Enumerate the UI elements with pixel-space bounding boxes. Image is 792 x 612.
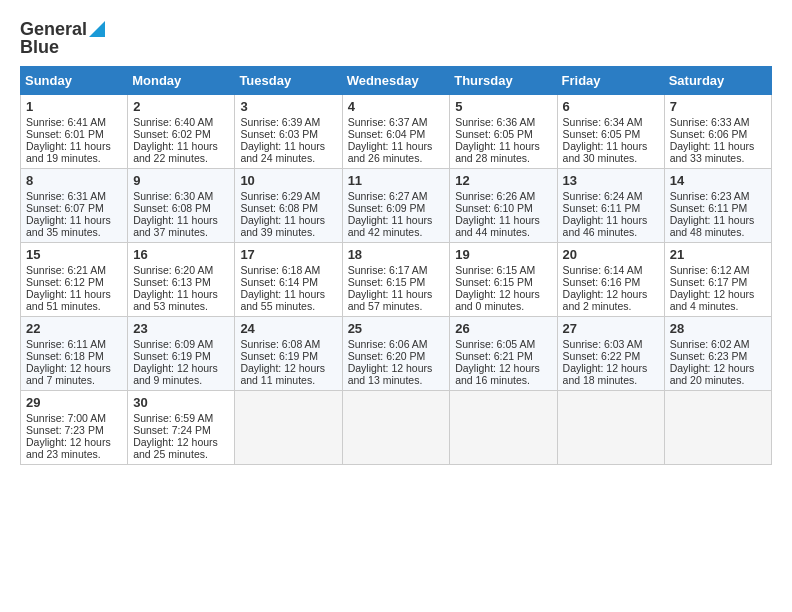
daylight-label: Daylight: 11 hours and 51 minutes. [26,288,111,312]
sunset-label: Sunset: 7:24 PM [133,424,211,436]
sunrise-label: Sunrise: 6:34 AM [563,116,643,128]
calendar-cell: 17 Sunrise: 6:18 AM Sunset: 6:14 PM Dayl… [235,243,342,317]
calendar-cell: 12 Sunrise: 6:26 AM Sunset: 6:10 PM Dayl… [450,169,557,243]
calendar-cell: 7 Sunrise: 6:33 AM Sunset: 6:06 PM Dayli… [664,95,771,169]
daylight-label: Daylight: 11 hours and 39 minutes. [240,214,325,238]
sunset-label: Sunset: 6:19 PM [240,350,318,362]
sunset-label: Sunset: 6:05 PM [455,128,533,140]
daylight-label: Daylight: 11 hours and 44 minutes. [455,214,540,238]
daylight-label: Daylight: 11 hours and 46 minutes. [563,214,648,238]
calendar-cell: 19 Sunrise: 6:15 AM Sunset: 6:15 PM Dayl… [450,243,557,317]
sunset-label: Sunset: 6:06 PM [670,128,748,140]
calendar-body: 1 Sunrise: 6:41 AM Sunset: 6:01 PM Dayli… [21,95,772,465]
sunrise-label: Sunrise: 6:24 AM [563,190,643,202]
day-number: 15 [26,247,122,262]
daylight-label: Daylight: 12 hours and 23 minutes. [26,436,111,460]
daylight-label: Daylight: 11 hours and 35 minutes. [26,214,111,238]
daylight-label: Daylight: 12 hours and 7 minutes. [26,362,111,386]
day-number: 22 [26,321,122,336]
daylight-label: Daylight: 11 hours and 22 minutes. [133,140,218,164]
day-number: 30 [133,395,229,410]
daylight-label: Daylight: 11 hours and 55 minutes. [240,288,325,312]
day-number: 1 [26,99,122,114]
calendar-dow-thursday: Thursday [450,67,557,95]
daylight-label: Daylight: 11 hours and 37 minutes. [133,214,218,238]
sunset-label: Sunset: 6:19 PM [133,350,211,362]
calendar-week-row: 1 Sunrise: 6:41 AM Sunset: 6:01 PM Dayli… [21,95,772,169]
sunset-label: Sunset: 6:22 PM [563,350,641,362]
day-number: 25 [348,321,445,336]
sunset-label: Sunset: 6:15 PM [455,276,533,288]
sunset-label: Sunset: 6:12 PM [26,276,104,288]
sunset-label: Sunset: 6:08 PM [133,202,211,214]
sunset-label: Sunset: 6:13 PM [133,276,211,288]
day-number: 7 [670,99,766,114]
day-number: 4 [348,99,445,114]
daylight-label: Daylight: 11 hours and 28 minutes. [455,140,540,164]
daylight-label: Daylight: 12 hours and 18 minutes. [563,362,648,386]
calendar-cell: 8 Sunrise: 6:31 AM Sunset: 6:07 PM Dayli… [21,169,128,243]
logo: General Blue [20,20,105,56]
calendar-cell [557,391,664,465]
sunset-label: Sunset: 6:08 PM [240,202,318,214]
sunrise-label: Sunrise: 6:09 AM [133,338,213,350]
calendar-header-row: SundayMondayTuesdayWednesdayThursdayFrid… [21,67,772,95]
sunrise-label: Sunrise: 6:03 AM [563,338,643,350]
calendar-dow-tuesday: Tuesday [235,67,342,95]
sunrise-label: Sunrise: 6:21 AM [26,264,106,276]
sunset-label: Sunset: 6:04 PM [348,128,426,140]
calendar-dow-friday: Friday [557,67,664,95]
sunrise-label: Sunrise: 6:41 AM [26,116,106,128]
daylight-label: Daylight: 12 hours and 0 minutes. [455,288,540,312]
sunset-label: Sunset: 6:21 PM [455,350,533,362]
calendar-cell: 10 Sunrise: 6:29 AM Sunset: 6:08 PM Dayl… [235,169,342,243]
sunrise-label: Sunrise: 6:18 AM [240,264,320,276]
sunrise-label: Sunrise: 6:33 AM [670,116,750,128]
daylight-label: Daylight: 11 hours and 57 minutes. [348,288,433,312]
sunrise-label: Sunrise: 6:31 AM [26,190,106,202]
day-number: 6 [563,99,659,114]
page-header: General Blue [20,20,772,56]
sunrise-label: Sunrise: 6:23 AM [670,190,750,202]
sunrise-label: Sunrise: 6:27 AM [348,190,428,202]
calendar-cell: 11 Sunrise: 6:27 AM Sunset: 6:09 PM Dayl… [342,169,450,243]
daylight-label: Daylight: 12 hours and 11 minutes. [240,362,325,386]
day-number: 10 [240,173,336,188]
sunset-label: Sunset: 6:07 PM [26,202,104,214]
calendar-cell: 15 Sunrise: 6:21 AM Sunset: 6:12 PM Dayl… [21,243,128,317]
day-number: 24 [240,321,336,336]
calendar-cell: 5 Sunrise: 6:36 AM Sunset: 6:05 PM Dayli… [450,95,557,169]
calendar-cell: 22 Sunrise: 6:11 AM Sunset: 6:18 PM Dayl… [21,317,128,391]
daylight-label: Daylight: 12 hours and 13 minutes. [348,362,433,386]
sunrise-label: Sunrise: 6:20 AM [133,264,213,276]
day-number: 23 [133,321,229,336]
sunrise-label: Sunrise: 6:17 AM [348,264,428,276]
calendar-cell: 25 Sunrise: 6:06 AM Sunset: 6:20 PM Dayl… [342,317,450,391]
calendar-cell [342,391,450,465]
calendar-cell: 26 Sunrise: 6:05 AM Sunset: 6:21 PM Dayl… [450,317,557,391]
sunrise-label: Sunrise: 7:00 AM [26,412,106,424]
calendar-table: SundayMondayTuesdayWednesdayThursdayFrid… [20,66,772,465]
sunrise-label: Sunrise: 6:02 AM [670,338,750,350]
sunset-label: Sunset: 6:20 PM [348,350,426,362]
calendar-cell: 29 Sunrise: 7:00 AM Sunset: 7:23 PM Dayl… [21,391,128,465]
calendar-cell: 30 Sunrise: 6:59 AM Sunset: 7:24 PM Dayl… [128,391,235,465]
calendar-cell: 2 Sunrise: 6:40 AM Sunset: 6:02 PM Dayli… [128,95,235,169]
daylight-label: Daylight: 11 hours and 26 minutes. [348,140,433,164]
sunrise-label: Sunrise: 6:14 AM [563,264,643,276]
sunset-label: Sunset: 7:23 PM [26,424,104,436]
sunset-label: Sunset: 6:02 PM [133,128,211,140]
daylight-label: Daylight: 12 hours and 9 minutes. [133,362,218,386]
sunset-label: Sunset: 6:11 PM [563,202,641,214]
sunset-label: Sunset: 6:18 PM [26,350,104,362]
day-number: 2 [133,99,229,114]
calendar-cell: 27 Sunrise: 6:03 AM Sunset: 6:22 PM Dayl… [557,317,664,391]
day-number: 29 [26,395,122,410]
day-number: 5 [455,99,551,114]
day-number: 3 [240,99,336,114]
sunrise-label: Sunrise: 6:37 AM [348,116,428,128]
sunrise-label: Sunrise: 6:12 AM [670,264,750,276]
day-number: 14 [670,173,766,188]
day-number: 26 [455,321,551,336]
calendar-cell [450,391,557,465]
